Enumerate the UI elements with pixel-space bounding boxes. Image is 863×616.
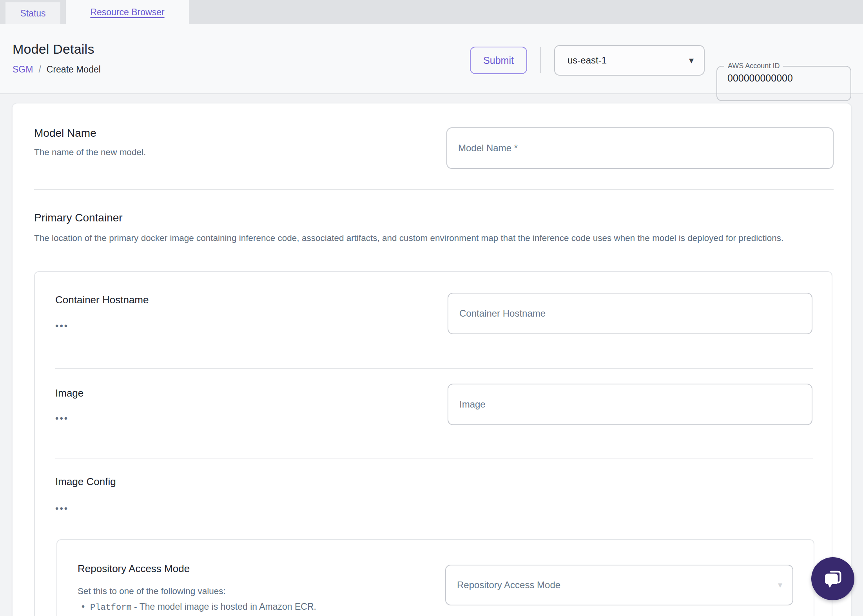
page-header: Model Details SGM/Create Model Submit us… [0,24,863,94]
option-text: - The model image is hosted in Amazon EC… [132,602,316,612]
image-input[interactable] [448,384,812,425]
tab-status[interactable]: Status [5,2,60,24]
page-title: Model Details [13,42,94,57]
image-label: Image [55,387,83,399]
option-code: Platform [90,603,132,612]
repository-access-mode-select[interactable]: Repository Access Mode ▾ [445,565,793,605]
region-select[interactable]: us-east-1 ▾ [554,45,705,76]
container-hostname-input[interactable] [448,293,812,334]
header-divider [540,47,541,73]
tab-resource-browser-label: Resource Browser [90,7,164,18]
section-divider [34,189,834,190]
repository-access-mode-intro: Set this to one of the following values: [78,586,226,596]
model-details-card: Model Name The name of the new model. Pr… [12,103,852,616]
tab-resource-browser[interactable]: Resource Browser [66,0,189,24]
field-divider [55,368,813,369]
chevron-down-icon: ▾ [778,580,782,590]
aws-account-id-fieldset: AWS Account ID [716,62,851,101]
repository-access-mode-options-doc: Platform - The model image is hosted in … [79,600,384,616]
primary-container-description: The location of the primary docker image… [34,230,824,246]
image-expander-dots-icon[interactable]: ••• [55,414,69,423]
chat-bubbles-icon [821,567,844,590]
repository-access-mode-label: Repository Access Mode [78,563,190,575]
image-config-expander-dots-icon[interactable]: ••• [55,504,69,513]
chevron-down-icon: ▾ [689,55,694,66]
field-divider [55,458,813,458]
model-name-label: Model Name [34,127,96,140]
breadcrumb-current: Create Model [47,64,101,74]
breadcrumb-separator: / [38,64,41,74]
image-config-panel: Repository Access Mode Set this to one o… [56,539,814,616]
option-doc-platform: Platform - The model image is hosted in … [79,600,384,614]
aws-account-id-label: AWS Account ID [724,62,783,70]
tab-status-label: Status [20,8,45,19]
primary-container-panel: Container Hostname ••• Image ••• Image C… [34,271,832,616]
breadcrumb-root-link[interactable]: SGM [13,64,33,74]
region-select-value: us-east-1 [567,55,607,66]
chat-widget-button[interactable] [811,557,854,600]
primary-container-heading: Primary Container [34,212,123,224]
image-config-label: Image Config [55,476,116,488]
repository-access-mode-select-placeholder: Repository Access Mode [457,580,560,591]
container-hostname-label: Container Hostname [55,294,149,306]
option-doc-vpc: Vpc - The model image is hosted in a pri… [79,614,384,616]
model-name-description: The name of the new model. [34,147,146,158]
aws-account-id-input[interactable] [727,72,841,84]
tab-bar: Status Resource Browser [0,0,863,24]
breadcrumb: SGM/Create Model [13,64,101,75]
container-hostname-expander-dots-icon[interactable]: ••• [55,321,69,331]
submit-button[interactable]: Submit [470,47,527,74]
model-name-input[interactable] [446,127,834,169]
